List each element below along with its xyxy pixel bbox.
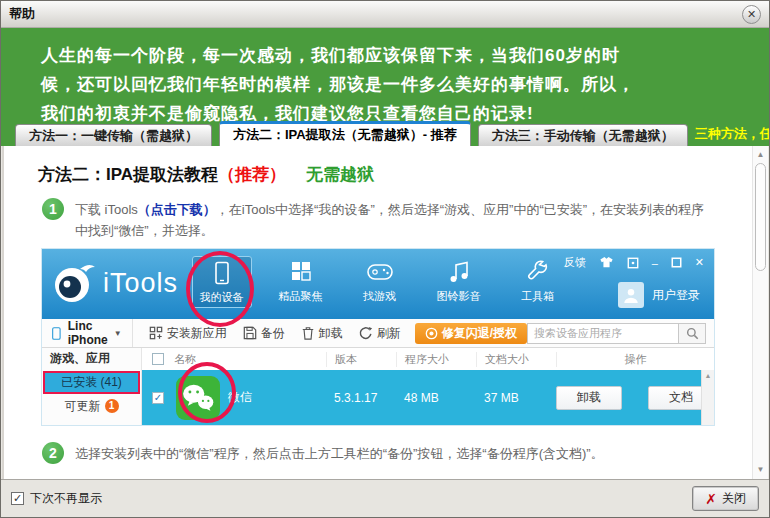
doc-size: 37 MB bbox=[476, 391, 556, 405]
step-1: 1 下载 iTools（点击下载），在iTools中选择“我的设备”，然后选择“… bbox=[42, 198, 712, 241]
device-selector: Linc iPhone ▼ bbox=[42, 319, 133, 347]
itools-close-icon: ✕ bbox=[695, 256, 704, 269]
col-operations: 操作 bbox=[556, 352, 714, 367]
tab-method-2[interactable]: 方法二：IPA提取法（无需越狱）- 推荐 bbox=[219, 121, 471, 146]
refresh-button: 刷新 bbox=[359, 325, 401, 342]
method-tabs: 方法一：一键传输（需越狱） 方法二：IPA提取法（无需越狱）- 推荐 方法三：手… bbox=[1, 121, 769, 146]
sidebar-item-installed: 已安装 (41) bbox=[43, 371, 140, 394]
page-title: 方法二：IPA提取法教程（推荐）无需越狱 bbox=[38, 163, 374, 186]
step-2-number: 2 bbox=[42, 442, 64, 464]
device-app-search bbox=[527, 323, 706, 344]
fix-target-icon bbox=[425, 327, 438, 340]
itools-maximize-icon bbox=[671, 257, 682, 268]
scrollbar-thumb[interactable] bbox=[755, 163, 766, 271]
sidebar-item-updatable: 可更新 1 bbox=[42, 394, 141, 418]
tabs-hint-text: 三种方法，任选其一 bbox=[695, 125, 770, 143]
col-name: 名称 bbox=[174, 352, 326, 367]
itools-feedback-link: 反馈 bbox=[564, 255, 586, 270]
search-icon bbox=[679, 323, 706, 344]
dialog-title: 帮助 bbox=[9, 5, 35, 23]
itools-logo: iTools bbox=[52, 261, 178, 305]
itools-nav-my-device: 我的设备 bbox=[182, 256, 261, 308]
itools-nav-media: 图铃影音 bbox=[419, 256, 498, 308]
user-login-label: 用户登录 bbox=[652, 287, 700, 304]
update-count-badge: 1 bbox=[105, 399, 119, 413]
trash-icon bbox=[301, 326, 315, 340]
step-2: 2 选择安装列表中的“微信”程序，然后点击上方工具栏的“备份”按钮，选择“备份程… bbox=[42, 442, 712, 464]
app-size: 48 MB bbox=[396, 391, 476, 405]
dialog-close-icon[interactable]: ✕ bbox=[742, 5, 761, 24]
install-app-button: 安装新应用 bbox=[149, 325, 227, 342]
col-version: 版本 bbox=[326, 352, 396, 367]
help-dialog: 帮助 ✕ 人生的每一个阶段，每一次感动，我们都应该保留下来，当我们60岁的时 候… bbox=[0, 0, 770, 518]
itools-user-login: 用户登录 bbox=[618, 282, 700, 308]
itools-nav-featured: 精品聚焦 bbox=[261, 256, 340, 308]
refresh-icon bbox=[359, 326, 373, 340]
wechat-app-icon bbox=[176, 376, 220, 420]
itools-toolbar: Linc iPhone ▼ 安装新应用 bbox=[42, 319, 714, 348]
tray-icon bbox=[627, 257, 639, 269]
itools-logo-icon bbox=[52, 261, 96, 305]
itools-window-controls: 反馈 – ✕ bbox=[564, 255, 704, 270]
dialog-titlebar: 帮助 ✕ bbox=[1, 1, 769, 28]
tab-content-panel: 方法二：IPA提取法教程（推荐）无需越狱 1 下载 iTools（点击下载），在… bbox=[2, 146, 768, 479]
chevron-down-icon: ▼ bbox=[114, 329, 122, 338]
col-app-size: 程序大小 bbox=[396, 352, 476, 367]
uninstall-button: 卸载 bbox=[301, 325, 343, 342]
row-checkbox-checked: ✓ bbox=[152, 392, 164, 404]
itools-logo-text: iTools bbox=[103, 268, 178, 299]
phone-icon bbox=[210, 261, 234, 287]
avatar bbox=[618, 282, 644, 308]
uninstall-row-button: 卸载 bbox=[556, 386, 622, 410]
heading-main: 方法二：IPA提取法教程 bbox=[38, 165, 218, 184]
skin-icon bbox=[599, 256, 614, 269]
tab-method-3[interactable]: 方法三：手动传输（无需越狱） bbox=[478, 124, 688, 146]
step-1-number: 1 bbox=[42, 198, 64, 220]
banner-line-1: 人生的每一个阶段，每一次感动，我们都应该保留下来，当我们60岁的时 bbox=[41, 41, 749, 70]
banner-line-2: 候，还可以回忆我们年轻时的模样，那该是一件多么美好的事情啊。所以， bbox=[41, 70, 749, 99]
scroll-up-icon[interactable]: ▲ bbox=[753, 150, 768, 159]
grid-icon bbox=[289, 260, 313, 286]
floppy-icon bbox=[243, 326, 257, 340]
app-table-header: 名称 版本 程序大小 文档大小 操作 bbox=[142, 348, 714, 370]
content-scrollbar[interactable]: ▲ ▼ bbox=[752, 146, 768, 479]
backup-button: 备份 bbox=[243, 325, 285, 342]
music-note-icon bbox=[447, 260, 471, 286]
app-table: 名称 版本 程序大小 文档大小 操作 ✓ bbox=[142, 348, 714, 425]
sidebar-section-title: 游戏、应用 bbox=[42, 348, 141, 369]
wrench-icon bbox=[525, 260, 551, 286]
heading-recommended-badge: （推荐） bbox=[218, 165, 286, 184]
dialog-footer: ✓ 下次不再显示 ✗ 关闭 bbox=[1, 479, 769, 517]
select-all-checkbox bbox=[152, 353, 164, 365]
close-button[interactable]: ✗ 关闭 bbox=[692, 486, 759, 511]
app-name: 微信 bbox=[228, 389, 252, 406]
download-itools-link[interactable]: （点击下载） bbox=[138, 202, 216, 217]
itools-minimize-icon: – bbox=[652, 257, 658, 269]
itools-header: iTools 我的设备 bbox=[42, 249, 714, 319]
app-version: 5.3.1.17 bbox=[326, 391, 396, 405]
itools-nav-games: 找游戏 bbox=[340, 256, 419, 308]
scroll-down-icon[interactable]: ▼ bbox=[753, 465, 768, 474]
dont-show-again-checkbox[interactable]: ✓ bbox=[11, 492, 24, 505]
itools-nav: 我的设备 精品聚焦 bbox=[182, 256, 577, 308]
install-grid-icon bbox=[149, 326, 163, 340]
itools-sidebar: 游戏、应用 已安装 (41) 可更新 1 bbox=[42, 348, 142, 425]
search-input bbox=[527, 323, 679, 344]
fix-crash-button: 修复闪退/授权 bbox=[415, 323, 527, 344]
close-x-icon: ✗ bbox=[705, 492, 717, 506]
itools-body: 游戏、应用 已安装 (41) 可更新 1 名称 版本 程序大小 文档大小 操作 bbox=[42, 348, 714, 425]
device-phone-icon bbox=[52, 324, 61, 343]
itools-screenshot: iTools 我的设备 bbox=[42, 249, 714, 425]
table-row-wechat: ✓ bbox=[142, 370, 714, 425]
itools-mini-scrollbar: ▲ bbox=[701, 370, 714, 425]
intro-banner-text: 人生的每一个阶段，每一次感动，我们都应该保留下来，当我们60岁的时 候，还可以回… bbox=[1, 28, 769, 128]
heading-no-jailbreak-tag: 无需越狱 bbox=[306, 165, 374, 184]
tab-method-1[interactable]: 方法一：一键传输（需越狱） bbox=[15, 124, 212, 146]
gamepad-icon bbox=[366, 260, 394, 286]
dont-show-again-label: 下次不再显示 bbox=[30, 490, 102, 507]
col-doc-size: 文档大小 bbox=[476, 352, 556, 367]
step-1-text: 下载 iTools（点击下载），在iTools中选择“我的设备”，然后选择“游戏… bbox=[75, 198, 712, 241]
device-name: Linc iPhone bbox=[68, 319, 114, 347]
step-2-text: 选择安装列表中的“微信”程序，然后点击上方工具栏的“备份”按钮，选择“备份程序(… bbox=[75, 442, 604, 464]
